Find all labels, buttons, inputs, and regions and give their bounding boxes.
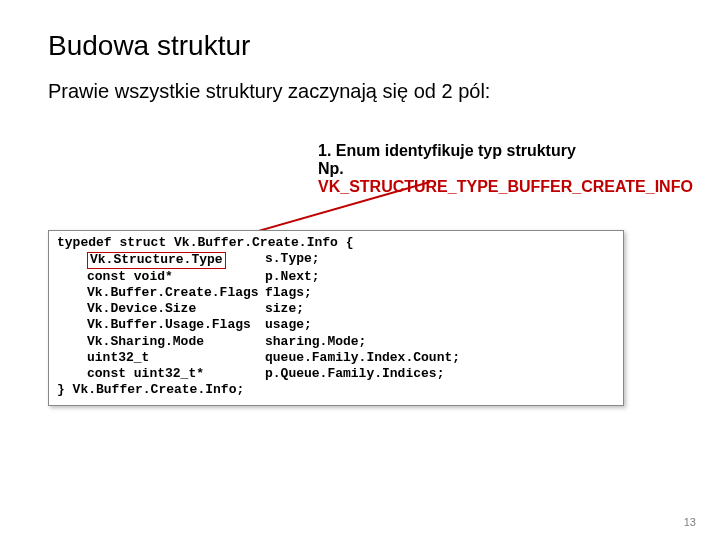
code-member: queue.Family.Index.Count;	[265, 350, 615, 366]
code-row: Vk.Buffer.Usage.Flagsusage;	[57, 317, 615, 333]
code-member: usage;	[265, 317, 615, 333]
slide-subtitle: Prawie wszystkie struktury zaczynają się…	[48, 80, 680, 103]
bullet-1: 1. Enum identyfikuje typ struktury Np. V…	[318, 142, 720, 196]
page-number: 13	[684, 516, 696, 528]
code-member: p.Queue.Family.Indices;	[265, 366, 615, 382]
slide: Budowa struktur Prawie wszystkie struktu…	[0, 0, 720, 540]
code-row: Vk.Structure.Types.Type;	[57, 251, 615, 268]
code-type: Vk.Buffer.Usage.Flags	[87, 317, 251, 332]
code-member: sharing.Mode;	[265, 334, 615, 350]
code-member: p.Next;	[265, 269, 615, 285]
code-row: uint32_tqueue.Family.Index.Count;	[57, 350, 615, 366]
code-row: const uint32_t*p.Queue.Family.Indices;	[57, 366, 615, 382]
slide-title: Budowa struktur	[48, 30, 680, 62]
code-line-0: typedef struct Vk.Buffer.Create.Info {	[57, 235, 615, 251]
code-type: const uint32_t*	[87, 366, 204, 381]
code-type: Vk.Sharing.Mode	[87, 334, 204, 349]
code-member: s.Type;	[265, 251, 615, 268]
code-row: Vk.Sharing.Modesharing.Mode;	[57, 334, 615, 350]
code-type: uint32_t	[87, 350, 149, 365]
code-row: Vk.Device.Sizesize;	[57, 301, 615, 317]
code-row: const void*p.Next;	[57, 269, 615, 285]
code-type: const void*	[87, 269, 173, 284]
code-block: typedef struct Vk.Buffer.Create.Info { V…	[48, 230, 624, 406]
bullet-1-enum: VK_STRUCTURE_TYPE_BUFFER_CREATE_INFO	[318, 178, 693, 195]
code-member: flags;	[265, 285, 615, 301]
code-type: Vk.Structure.Type	[87, 252, 226, 268]
code-rows: Vk.Structure.Types.Type;const void*p.Nex…	[57, 251, 615, 382]
bullet-1-np: Np.	[318, 160, 344, 177]
bullet-1-line1: 1. Enum identyfikuje typ struktury	[318, 142, 576, 159]
code-line-last: } Vk.Buffer.Create.Info;	[57, 382, 615, 398]
code-member: size;	[265, 301, 615, 317]
code-type: Vk.Buffer.Create.Flags	[87, 285, 259, 300]
code-row: Vk.Buffer.Create.Flagsflags;	[57, 285, 615, 301]
code-type: Vk.Device.Size	[87, 301, 196, 316]
